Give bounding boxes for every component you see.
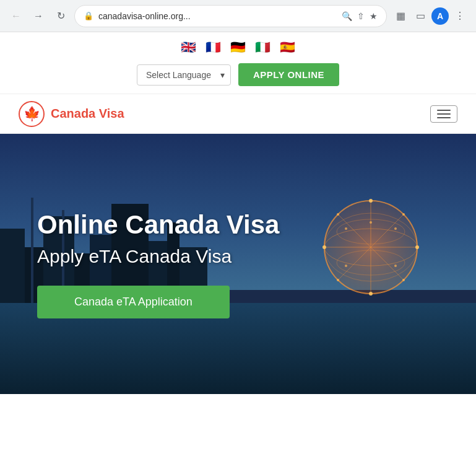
hero-subtitle: Apply eTA Canada Visa (37, 246, 232, 267)
logo-icon: 🍁 (19, 101, 45, 127)
flag-italian[interactable]: 🇮🇹 (251, 40, 274, 55)
forward-button[interactable]: → (30, 7, 47, 25)
share-icon[interactable]: ⇧ (357, 11, 365, 21)
hamburger-line-3 (437, 117, 451, 118)
hero-cta-button[interactable]: Canada eTA Application (37, 286, 230, 318)
hero-content: Online Canada Visa Apply eTA Canada Visa… (0, 134, 476, 394)
hero-section: Online Canada Visa Apply eTA Canada Visa… (0, 134, 476, 394)
reload-button[interactable]: ↻ (52, 7, 69, 25)
apply-online-button[interactable]: APPLY ONLINE (238, 63, 339, 86)
back-button[interactable]: ← (7, 7, 25, 25)
top-bar: 🇬🇧 🇫🇷 🇩🇪 🇮🇹 🇪🇸 Select Language English F… (0, 32, 476, 94)
hero-title: Online Canada Visa (37, 210, 279, 240)
lock-icon: 🔒 (84, 11, 93, 20)
bookmark-icon[interactable]: ★ (370, 11, 378, 21)
flag-english[interactable]: 🇬🇧 (177, 40, 199, 55)
flag-german[interactable]: 🇩🇪 (227, 40, 249, 55)
hamburger-menu-button[interactable] (430, 105, 457, 123)
flag-french[interactable]: 🇫🇷 (202, 40, 224, 55)
url-text: canadavisa-online.org... (98, 11, 337, 21)
profile-avatar[interactable]: A (431, 7, 449, 25)
hamburger-line-2 (437, 113, 451, 115)
nav-bar: 🍁 Canada Visa (0, 94, 476, 134)
extensions-icon[interactable]: ▦ (392, 7, 409, 25)
top-bar-content: 🇬🇧 🇫🇷 🇩🇪 🇮🇹 🇪🇸 Select Language English F… (137, 40, 339, 86)
logo-text: Canada Visa (51, 107, 124, 121)
split-screen-icon[interactable]: ▭ (412, 7, 429, 25)
flag-spanish[interactable]: 🇪🇸 (276, 40, 298, 55)
browser-icons: ▦ ▭ A ⋮ (392, 7, 469, 25)
flags-row: 🇬🇧 🇫🇷 🇩🇪 🇮🇹 🇪🇸 (177, 40, 298, 55)
hamburger-line-1 (437, 110, 451, 111)
logo[interactable]: 🍁 Canada Visa (19, 101, 124, 127)
address-bar: 🔒 canadavisa-online.org... 🔍 ⇧ ★ (74, 5, 387, 27)
browser-chrome: ← → ↻ 🔒 canadavisa-online.org... 🔍 ⇧ ★ ▦… (0, 0, 476, 32)
top-controls: Select Language English French German It… (137, 63, 339, 86)
language-select[interactable]: Select Language English French German It… (137, 64, 231, 86)
search-icon[interactable]: 🔍 (342, 11, 352, 21)
language-select-wrapper: Select Language English French German It… (137, 64, 231, 86)
menu-icon[interactable]: ⋮ (451, 7, 469, 25)
